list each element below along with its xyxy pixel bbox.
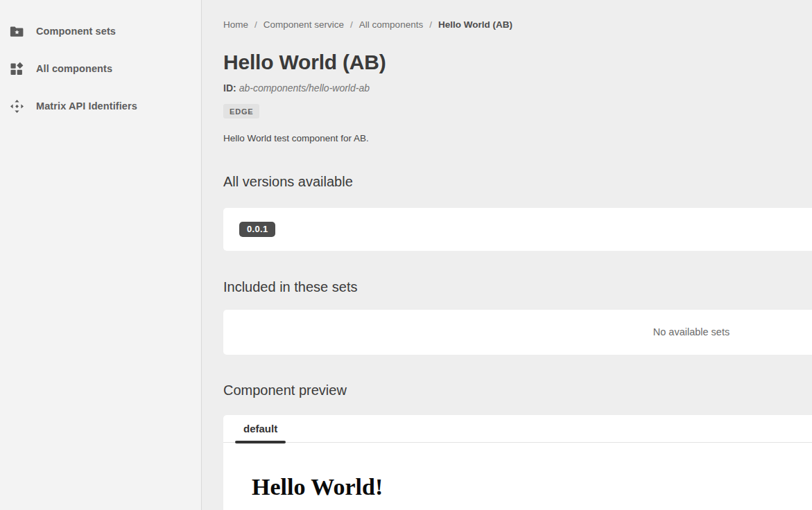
environment-badge: EDGE [223, 104, 259, 118]
breadcrumb-current: Hello World (AB) [438, 19, 512, 30]
sidebar-item-component-sets[interactable]: Component sets [0, 12, 201, 50]
tab-default[interactable]: default [235, 415, 286, 442]
versions-section-heading: All versions available [223, 174, 812, 189]
breadcrumb-separator: / [350, 19, 353, 30]
preview-tab-row: default [223, 415, 812, 443]
component-id-value: ab-components/hello-world-ab [239, 82, 370, 94]
preview-rendered-heading: Hello World! [252, 474, 812, 500]
version-chip[interactable]: 0.0.1 [239, 222, 275, 237]
sidebar-item-matrix-api-identifiers[interactable]: Matrix API Identifiers [0, 87, 201, 125]
versions-card: 0.0.1 [223, 208, 812, 251]
component-description: Hello World test component for AB. [223, 133, 812, 143]
main-content: Home/Component service/All components/He… [202, 0, 812, 510]
page-title: Hello World (AB) [223, 51, 812, 75]
preview-card: default Hello World! [223, 415, 812, 510]
breadcrumb-link-component-service[interactable]: Component service [264, 19, 344, 30]
breadcrumb-link-home[interactable]: Home [223, 19, 248, 30]
breadcrumb-separator: / [254, 19, 257, 30]
preview-section-heading: Component preview [223, 382, 812, 398]
sets-section-heading: Included in these sets [223, 279, 812, 294]
component-id-label: ID: [223, 82, 236, 94]
sidebar-item-all-components[interactable]: All components [0, 50, 201, 87]
breadcrumb-link-all-components[interactable]: All components [359, 19, 423, 30]
sidebar-item-label: All components [36, 63, 112, 74]
components-grid-icon [10, 62, 24, 76]
sidebar-item-label: Component sets [36, 26, 116, 37]
sidebar-item-label: Matrix API Identifiers [36, 100, 137, 112]
move-arrows-icon [10, 99, 24, 114]
component-id-line: ID:ab-components/hello-world-ab [223, 82, 812, 94]
breadcrumb-separator: / [429, 19, 432, 30]
no-sets-message: No available sets [653, 326, 729, 337]
sets-card: No available sets [223, 310, 812, 355]
sidebar: Component sets All components Matrix API… [0, 0, 202, 510]
folder-star-icon [10, 24, 24, 39]
breadcrumb: Home/Component service/All components/He… [223, 19, 812, 30]
